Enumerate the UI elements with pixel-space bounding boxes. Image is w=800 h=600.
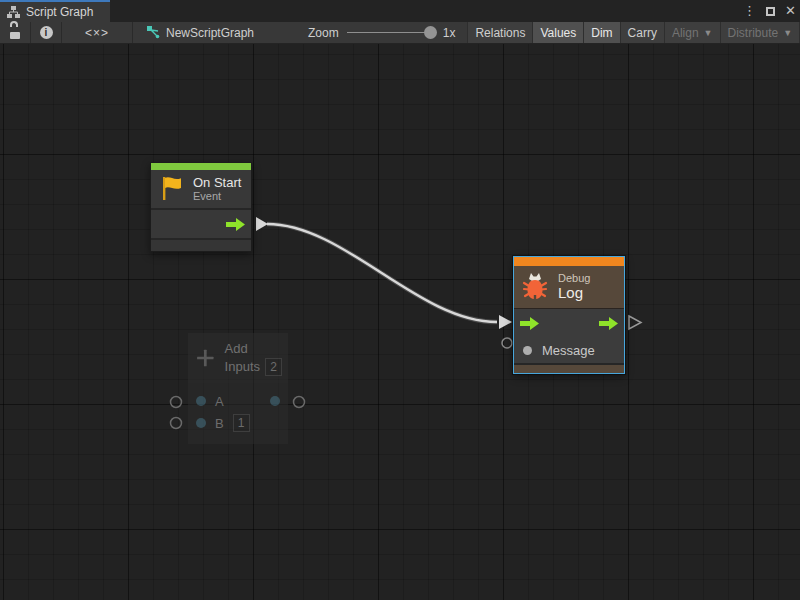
add-output-port[interactable]: [270, 396, 280, 406]
toolbar-button-dim[interactable]: Dim: [583, 22, 619, 43]
toolbar-button-align[interactable]: Align ▼: [664, 22, 720, 43]
debug-log-footer: [514, 363, 624, 373]
close-icon[interactable]: ✕: [785, 0, 796, 22]
log-exec-input-port[interactable]: [520, 317, 539, 330]
log-output-target-icon: [629, 316, 641, 329]
debug-log-subtitle: Debug: [558, 272, 590, 284]
code-preview-button[interactable]: <×>: [62, 22, 132, 43]
graph-name-label: NewScriptGraph: [166, 26, 254, 40]
plus-icon: [196, 341, 215, 375]
chevron-down-icon: ▼: [704, 28, 713, 38]
wire-start-arrow-icon: [256, 217, 268, 231]
graph-canvas[interactable]: On Start Event Debug Log: [0, 44, 800, 600]
code-icon: <×>: [85, 26, 109, 40]
on-start-title: On Start: [193, 175, 241, 190]
message-input-port[interactable]: [523, 346, 532, 355]
lock-button[interactable]: [0, 22, 30, 43]
toolbar-button-values[interactable]: Values: [532, 22, 583, 43]
add-port-b-label: B: [215, 416, 224, 431]
zoom-slider-handle[interactable]: [424, 26, 437, 39]
inspect-button[interactable]: i: [31, 22, 61, 43]
add-port-b-field[interactable]: 1: [233, 414, 250, 432]
tab-title: Script Graph: [26, 5, 93, 19]
script-graph-icon: [7, 6, 20, 19]
add-port-b[interactable]: [196, 418, 206, 428]
message-port-target-icon: [502, 338, 512, 348]
maximize-icon[interactable]: [766, 7, 775, 16]
lock-icon: [10, 27, 20, 39]
add-output-target-icon: [294, 397, 305, 408]
graph-name-breadcrumb[interactable]: NewScriptGraph: [133, 26, 266, 40]
toolbar-button-carry[interactable]: Carry: [620, 22, 664, 43]
wire-onstart-to-log: [267, 224, 497, 322]
node-debug-log[interactable]: Debug Log Message: [513, 256, 625, 374]
message-port-label: Message: [542, 343, 595, 358]
on-start-accent-bar: [151, 163, 251, 170]
zoom-value: 1x: [443, 26, 456, 40]
add-inputs-label: Inputs: [225, 359, 260, 374]
on-start-footer: [151, 240, 251, 251]
add-inputs-count-field[interactable]: 2: [265, 358, 282, 376]
node-add[interactable]: Add Inputs 2 A B 1: [188, 333, 288, 444]
add-port-a-target-icon: [171, 397, 182, 408]
graph-asset-icon: [147, 26, 160, 39]
on-start-subtitle: Event: [193, 190, 241, 202]
add-port-b-target-icon: [171, 418, 182, 429]
info-icon: i: [40, 26, 53, 39]
chevron-down-icon: ▼: [783, 28, 792, 38]
zoom-label: Zoom: [308, 26, 339, 40]
debug-log-accent-bar: [514, 257, 624, 266]
wire-end-arrow-icon: [499, 315, 512, 329]
add-port-a[interactable]: [196, 396, 206, 406]
add-title: Add: [225, 341, 282, 356]
window-menu-icon[interactable]: ⋮: [743, 0, 756, 22]
toolbar-button-relations[interactable]: Relations: [467, 22, 532, 43]
node-on-start[interactable]: On Start Event: [150, 162, 252, 252]
align-label: Align: [672, 26, 699, 40]
connection-layer: [0, 44, 800, 600]
flag-icon: [159, 175, 185, 202]
log-exec-output-port[interactable]: [599, 317, 618, 330]
add-port-a-label: A: [215, 394, 224, 409]
on-start-exec-output-port[interactable]: [226, 218, 245, 231]
bug-icon: [521, 271, 549, 302]
zoom-slider[interactable]: [347, 32, 435, 33]
distribute-label: Distribute: [728, 26, 779, 40]
graph-toolbar: i <×> NewScriptGraph Zoom 1x Relations V…: [0, 22, 800, 44]
debug-log-title: Log: [558, 284, 590, 301]
toolbar-button-distribute[interactable]: Distribute ▼: [720, 22, 800, 43]
window-titlebar: Script Graph ⋮ ✕: [0, 0, 800, 22]
tab-script-graph[interactable]: Script Graph: [0, 0, 110, 22]
